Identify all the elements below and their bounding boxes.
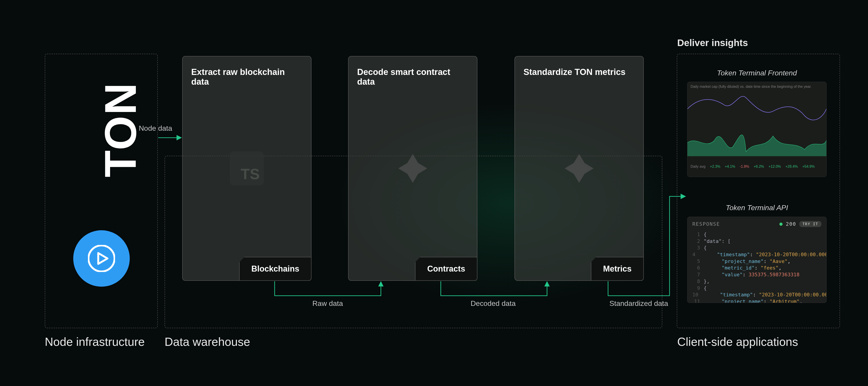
preview-title-frontend: Token Terminal Frontend [687, 69, 827, 77]
chart-svg [687, 82, 827, 156]
api-status-code: 200 [786, 221, 796, 227]
card-extract-title: Extract raw blockchain data [183, 57, 311, 98]
label-data-warehouse: Data warehouse [164, 335, 250, 349]
ton-logo-text: TON [95, 82, 146, 177]
label-deliver-insights: Deliver insights [677, 37, 748, 48]
preview-frontend: Daily market cap (fully diluted) vs. dat… [687, 82, 827, 177]
x-logo-icon [395, 150, 431, 186]
ton-logo-coin [73, 230, 130, 287]
label-node-infra: Node infrastructure [45, 335, 145, 349]
api-response-label: RESPONSE [692, 221, 720, 227]
tag-blockchains: Blockchains [239, 257, 311, 281]
card-decode: Decode smart contract data Contracts [348, 56, 477, 281]
label-client-apps: Client-side applications [677, 335, 798, 349]
preview-api: RESPONSE 200 TRY IT 1{2 "data": [3 {4 "t… [687, 217, 827, 303]
chart-area: Daily market cap (fully diluted) vs. dat… [687, 82, 827, 156]
play-icon [88, 245, 115, 272]
tag-metrics: Metrics [591, 257, 644, 281]
arrow-label-node: Node data [139, 124, 172, 133]
card-standardize: Standardize TON metrics Metrics [515, 56, 644, 281]
preview-title-api: Token Terminal API [687, 204, 827, 212]
chart-footer: Daily avg+2.3%+4.1%-1.8%+6.2%+12.0%+28.4… [687, 156, 827, 177]
api-code-block: 1{2 "data": [3 {4 "timestamp": "2023-10-… [692, 231, 822, 303]
typescript-icon: TS [230, 151, 264, 185]
card-standardize-title: Standardize TON metrics [515, 57, 643, 88]
tag-contracts: Contracts [415, 257, 477, 281]
x-logo-icon [561, 150, 597, 186]
status-dot-icon [779, 222, 782, 226]
card-extract: Extract raw blockchain data TS Blockchai… [182, 56, 311, 281]
svg-point-0 [88, 245, 114, 271]
card-decode-title: Decode smart contract data [348, 57, 477, 98]
arrow-label-std: Standardized data [610, 299, 668, 308]
try-it-button[interactable]: TRY IT [799, 221, 822, 227]
arrow-label-raw: Raw data [312, 299, 343, 308]
arrow-label-decoded: Decoded data [471, 299, 516, 308]
